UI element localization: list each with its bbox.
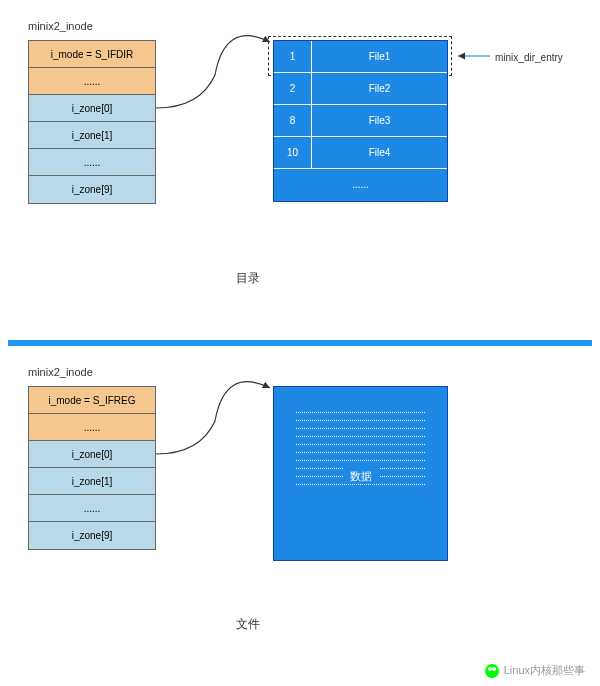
inode-dots: ...... bbox=[29, 68, 155, 95]
dir-row-dots: ...... bbox=[274, 169, 447, 201]
file-section: minix2_inode i_mode = S_IFREG ...... i_z… bbox=[0, 346, 600, 686]
inode-zone: i_zone[0] bbox=[29, 95, 155, 122]
directory-section: minix2_inode i_mode = S_IFDIR ...... i_z… bbox=[0, 0, 600, 340]
inode-zone: i_zone[1] bbox=[29, 468, 155, 495]
data-block: 数据 bbox=[273, 386, 448, 561]
dir-row: 10File4 bbox=[274, 137, 447, 169]
data-label: 数据 bbox=[274, 469, 447, 484]
dir-row: 1File1 bbox=[274, 41, 447, 73]
inode-zone: i_zone[0] bbox=[29, 441, 155, 468]
dir-entry-label: minix_dir_entry bbox=[495, 52, 563, 63]
caption-file: 文件 bbox=[236, 616, 260, 633]
wechat-icon bbox=[485, 664, 499, 678]
inode-zone: ...... bbox=[29, 149, 155, 176]
inode-table-file: i_mode = S_IFREG ...... i_zone[0] i_zone… bbox=[28, 386, 156, 550]
inode-mode: i_mode = S_IFREG bbox=[29, 387, 155, 414]
dir-row: 2File2 bbox=[274, 73, 447, 105]
struct-label: minix2_inode bbox=[28, 366, 93, 378]
inode-zone: i_zone[1] bbox=[29, 122, 155, 149]
caption-dir: 目录 bbox=[236, 270, 260, 287]
dir-row: 8File3 bbox=[274, 105, 447, 137]
watermark-text: Linux内核那些事 bbox=[504, 663, 585, 678]
inode-zone: i_zone[9] bbox=[29, 522, 155, 549]
inode-zone: ...... bbox=[29, 495, 155, 522]
inode-zone: i_zone[9] bbox=[29, 176, 155, 203]
inode-table-dir: i_mode = S_IFDIR ...... i_zone[0] i_zone… bbox=[28, 40, 156, 204]
inode-mode: i_mode = S_IFDIR bbox=[29, 41, 155, 68]
struct-label: minix2_inode bbox=[28, 20, 93, 32]
directory-table: 1File1 2File2 8File3 10File4 ...... bbox=[273, 40, 448, 202]
inode-dots: ...... bbox=[29, 414, 155, 441]
watermark: Linux内核那些事 bbox=[485, 663, 585, 678]
